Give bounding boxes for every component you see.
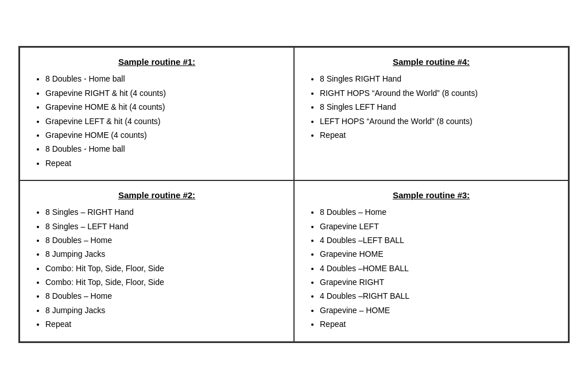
list-item: 8 Jumping Jacks — [45, 248, 282, 260]
list-item: 8 Doubles – Home — [320, 206, 556, 218]
list-item: 4 Doubles –LEFT BALL — [320, 234, 556, 247]
routine-cell-routine-1: Sample routine #1:8 Doubles - Home ballG… — [20, 47, 294, 180]
routine-list-routine-4: 8 Singles RIGHT HandRIGHT HOPS “Around t… — [306, 72, 556, 141]
list-item: Grapevine RIGHT — [320, 276, 556, 288]
list-item: Repeat — [320, 318, 556, 330]
list-item: Repeat — [45, 318, 282, 330]
list-item: 8 Doubles - Home ball — [45, 72, 282, 85]
list-item: Grapevine HOME & hit (4 counts) — [45, 101, 282, 113]
list-item: Grapevine RIGHT & hit (4 counts) — [45, 87, 282, 99]
list-item: Repeat — [320, 129, 556, 141]
routine-title-routine-4: Sample routine #4: — [306, 57, 556, 67]
list-item: 8 Singles LEFT Hand — [320, 101, 556, 113]
list-item: LEFT HOPS “Around the World” (8 counts) — [320, 115, 556, 128]
list-item: 8 Doubles – Home — [45, 290, 282, 302]
list-item: Grapevine HOME (4 counts) — [45, 129, 282, 141]
routine-cell-routine-3: Sample routine #3:8 Doubles – HomeGrapev… — [294, 180, 568, 342]
list-item: 8 Singles RIGHT Hand — [320, 72, 556, 85]
list-item: Combo: Hit Top, Side, Floor, Side — [45, 262, 282, 275]
list-item: 4 Doubles –HOME BALL — [320, 262, 556, 275]
list-item: Combo: Hit Top, Side, Floor, Side — [45, 276, 282, 288]
list-item: Grapevine LEFT — [320, 220, 556, 233]
routine-title-routine-1: Sample routine #1: — [32, 57, 282, 67]
routines-grid: Sample routine #1:8 Doubles - Home ballG… — [20, 47, 568, 341]
list-item: Grapevine – HOME — [320, 304, 556, 317]
list-item: RIGHT HOPS “Around the World” (8 counts) — [320, 87, 556, 99]
page-container: Sample routine #1:8 Doubles - Home ballG… — [18, 46, 570, 342]
list-item: 8 Singles – LEFT Hand — [45, 220, 282, 233]
routine-list-routine-3: 8 Doubles – HomeGrapevine LEFT4 Doubles … — [306, 206, 556, 331]
routine-list-routine-2: 8 Singles – RIGHT Hand8 Singles – LEFT H… — [32, 206, 282, 331]
list-item: 8 Singles – RIGHT Hand — [45, 206, 282, 218]
list-item: 8 Jumping Jacks — [45, 304, 282, 317]
list-item: Grapevine LEFT & hit (4 counts) — [45, 115, 282, 128]
list-item: Grapevine HOME — [320, 248, 556, 260]
routine-cell-routine-2: Sample routine #2:8 Singles – RIGHT Hand… — [20, 180, 294, 342]
routine-title-routine-3: Sample routine #3: — [306, 190, 556, 200]
list-item: Repeat — [45, 157, 282, 170]
list-item: 8 Doubles – Home — [45, 234, 282, 247]
routine-cell-routine-4: Sample routine #4:8 Singles RIGHT HandRI… — [294, 47, 568, 180]
list-item: 4 Doubles –RIGHT BALL — [320, 290, 556, 302]
list-item: 8 Doubles - Home ball — [45, 142, 282, 155]
routine-list-routine-1: 8 Doubles - Home ballGrapevine RIGHT & h… — [32, 72, 282, 170]
routine-title-routine-2: Sample routine #2: — [32, 190, 282, 200]
